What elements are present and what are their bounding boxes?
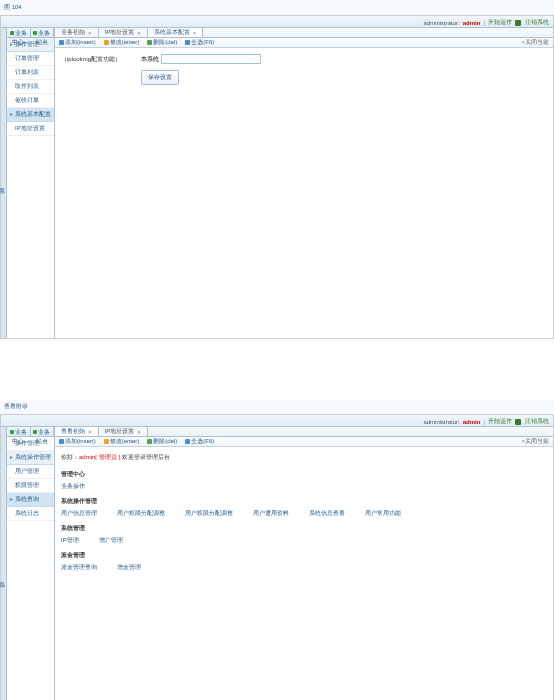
select-icon xyxy=(185,40,190,45)
sidebar-item-ip[interactable]: IP地址设置 xyxy=(7,122,54,136)
logout-icon xyxy=(515,419,521,425)
sidebar-group-query[interactable]: ▸系统查询 xyxy=(7,493,54,507)
sidebar-item[interactable]: 订单列表 xyxy=(7,66,54,80)
header: administrator: admin | 开始运作 注销系统 xyxy=(1,415,553,427)
form-value: 本系统 xyxy=(141,56,159,62)
toolbar-close[interactable]: ×关闭当前 xyxy=(520,38,549,47)
sep: | xyxy=(483,20,485,26)
main-tab[interactable]: 业务初始× xyxy=(55,28,99,37)
content-form: （iplookmg配置功能） 本系统 保存设置 xyxy=(55,48,553,97)
toolbar-del[interactable]: 删除(del) xyxy=(147,437,177,446)
toolbar-edit[interactable]: 修改(enter) xyxy=(104,437,140,446)
sidebar-item[interactable]: 取件列表 xyxy=(7,80,54,94)
dash-link[interactable]: 业务操作 xyxy=(61,482,85,491)
toolbar-del[interactable]: 删除(del) xyxy=(147,38,177,47)
close-icon[interactable]: × xyxy=(88,30,92,36)
chevron-icon: ▸ xyxy=(10,453,13,460)
add-icon xyxy=(59,439,64,444)
sidebar-tab-biz[interactable]: 业务中心 xyxy=(7,427,31,437)
sidebar-item[interactable]: 权限管理 xyxy=(7,479,54,493)
main-tabs: 查看初始× IP地址设置× xyxy=(55,427,553,437)
add-icon xyxy=(59,40,64,45)
main-area: 查看初始× IP地址设置× 添加(insert) 修改(enter) 删除(de… xyxy=(55,427,553,700)
select-icon xyxy=(185,439,190,444)
chevron-icon: ▸ xyxy=(10,110,13,117)
figure-caption: 图 104 xyxy=(0,0,554,15)
close-icon[interactable]: × xyxy=(137,30,141,36)
logout-link[interactable]: 注销系统 xyxy=(525,417,549,426)
dash-link[interactable]: 系统信息查看 xyxy=(309,509,345,518)
sidebar: 业务中心 业务站点 ▸操作管理 订单管理 订单列表 取件列表 催收订单 ▸系统基… xyxy=(7,28,55,338)
sidebar-tab-biz[interactable]: 业务中心 xyxy=(7,28,31,38)
form-label: （iplookmg配置功能） xyxy=(61,55,141,64)
sidebar-tab-site[interactable]: 业务站点 xyxy=(31,28,55,38)
dash-link[interactable]: 增金管理 xyxy=(117,563,141,572)
sidebar-item[interactable]: 用户管理 xyxy=(7,465,54,479)
header-right: administrator: admin | 开始运作 注销系统 xyxy=(423,18,549,27)
dash-link[interactable]: 用户通用资料 xyxy=(253,509,289,518)
dash-link[interactable]: IP管理 xyxy=(61,536,79,545)
main-tab[interactable]: IP地址设置× xyxy=(99,427,148,436)
link-row: 用户信息管理 用户权限分配调整 用户权限分配调整 用户通用资料 系统信息查看 用… xyxy=(61,509,547,518)
dot-icon xyxy=(10,31,14,35)
main-tab-active[interactable]: 系统基本配置× xyxy=(148,28,204,37)
toolbar-close[interactable]: ×关闭当前 xyxy=(520,437,549,446)
dot-icon xyxy=(33,31,37,35)
dash-link[interactable]: 用户常用功能 xyxy=(365,509,401,518)
logout-link[interactable]: 注销系统 xyxy=(525,18,549,27)
toolbar: 添加(insert) 修改(enter) 删除(del) 全选(F6) ×关闭当… xyxy=(55,38,553,48)
dash-link[interactable]: 用户信息管理 xyxy=(61,509,97,518)
chevron-icon: ▸ xyxy=(10,40,13,47)
welcome-text: 你好：admin[ 管理员 ] 欢迎登录管理后台 xyxy=(61,453,547,462)
delete-icon xyxy=(147,40,152,45)
close-icon[interactable]: × xyxy=(88,429,92,435)
sidebar-group-config[interactable]: ▸系统基本配置 xyxy=(7,108,54,122)
sidebar-item[interactable]: 催收订单 xyxy=(7,94,54,108)
section-heading: 系统操作管理 xyxy=(61,497,547,506)
sidebar: 业务中心 业务站点 操作管理 ▸系统操作管理 用户管理 权限管理 ▸系统查询 系… xyxy=(7,427,55,700)
main-area: 业务初始× IP地址设置× 系统基本配置× 添加(insert) 修改(ente… xyxy=(55,28,553,338)
toolbar: 添加(insert) 修改(enter) 删除(del) 全选(F6) ×关闭当… xyxy=(55,437,553,447)
dash-link[interactable]: 增广管理 xyxy=(99,536,123,545)
dot-icon xyxy=(10,430,14,434)
user-label: administrator: xyxy=(423,419,459,425)
sidebar-group-sysops[interactable]: ▸系统操作管理 xyxy=(7,451,54,465)
sidebar-tab-site[interactable]: 业务站点 xyxy=(31,427,55,437)
section-heading: 派金管理 xyxy=(61,551,547,560)
figure-caption-2: 查看附录 xyxy=(0,399,554,414)
sidebar-item[interactable]: 系统日志 xyxy=(7,507,54,521)
header: administrator: admin | 开始运作 注销系统 xyxy=(1,16,553,28)
header-right: administrator: admin | 开始运作 注销系统 xyxy=(423,417,549,426)
current-user: admin xyxy=(463,20,481,26)
sidebar-tabs: 业务中心 业务站点 xyxy=(7,28,54,38)
dash-link[interactable]: 派金管理查询 xyxy=(61,563,97,572)
delete-icon xyxy=(147,439,152,444)
main-tab[interactable]: IP地址设置× xyxy=(99,28,148,37)
close-icon[interactable]: × xyxy=(137,429,141,435)
form-row: （iplookmg配置功能） 本系统 xyxy=(61,54,547,64)
save-button[interactable]: 保存设置 xyxy=(141,70,179,85)
sidebar-tabs: 业务中心 业务站点 xyxy=(7,427,54,437)
toolbar-edit[interactable]: 修改(enter) xyxy=(104,38,140,47)
sidebar-item[interactable]: 订单管理 xyxy=(7,52,54,66)
dash-link[interactable]: 用户权限分配调整 xyxy=(185,509,233,518)
switch-link[interactable]: 开始运作 xyxy=(488,417,512,426)
chevron-icon: ▸ xyxy=(10,495,13,502)
ip-input[interactable] xyxy=(161,54,261,64)
dash-link[interactable]: 用户权限分配调整 xyxy=(117,509,165,518)
switch-link[interactable]: 开始运作 xyxy=(488,18,512,27)
main-tab-active[interactable]: 查看初始× xyxy=(55,427,99,436)
close-icon[interactable]: × xyxy=(193,30,197,36)
toolbar-sel[interactable]: 全选(F6) xyxy=(185,437,214,446)
dot-icon xyxy=(33,430,37,434)
edit-icon xyxy=(104,40,109,45)
admin-screen-2: administrator: admin | 开始运作 注销系统 系统管理 业务… xyxy=(0,414,554,700)
logout-icon xyxy=(515,20,521,26)
section-heading: 系统管理 xyxy=(61,524,547,533)
toolbar-sel[interactable]: 全选(F6) xyxy=(185,38,214,47)
dashboard-content: 你好：admin[ 管理员 ] 欢迎登录管理后台 管理中心 业务操作 系统操作管… xyxy=(55,447,553,584)
edit-icon xyxy=(104,439,109,444)
toolbar-add[interactable]: 添加(insert) xyxy=(59,38,96,47)
toolbar-add[interactable]: 添加(insert) xyxy=(59,437,96,446)
user-label: administrator: xyxy=(423,20,459,26)
